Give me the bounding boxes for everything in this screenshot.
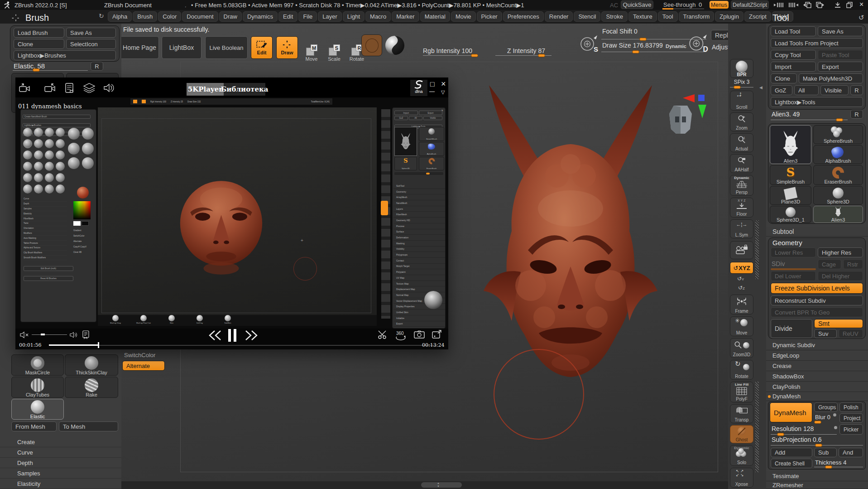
brush-elastic[interactable]: Elastic	[11, 399, 64, 420]
brush-section-row[interactable]: Elasticity	[0, 479, 121, 489]
draw-size-d-icon[interactable]: D	[687, 33, 709, 54]
z-intensity-handle[interactable]	[538, 54, 545, 57]
menu-item[interactable]: Color	[158, 11, 181, 22]
menu-item[interactable]: Tool	[658, 11, 678, 22]
window-minimize-icon[interactable]	[834, 2, 841, 8]
lightbox-tools-button[interactable]: Lightbox▶Tools	[771, 97, 863, 107]
player-minimize-icon[interactable]: —	[429, 88, 435, 95]
menu-item[interactable]: Draw	[219, 11, 242, 22]
z-rotate-icon[interactable]: ↺Z	[738, 285, 745, 291]
brush-maskcircle[interactable]: MaskCircle	[11, 354, 64, 376]
brush-section-row[interactable]: Curve	[0, 447, 121, 458]
move-button[interactable]: M Move	[302, 44, 321, 63]
zremesher-header[interactable]: ZRemesher	[766, 481, 868, 489]
brush-section-row[interactable]: Create	[0, 437, 121, 447]
window-close-icon[interactable]: ×	[859, 0, 863, 9]
tool-save-as-button[interactable]: Save As	[818, 26, 863, 36]
load-brush-button[interactable]: Load Brush	[14, 28, 64, 38]
load-tools-from-project-button[interactable]: Load Tools From Project	[771, 38, 863, 48]
video-menu-row[interactable]: Export	[393, 321, 445, 327]
xyz-rotate-button[interactable]: ↺XYZ	[730, 262, 753, 274]
spix-handle[interactable]	[734, 86, 741, 89]
menu-item[interactable]: Document	[182, 11, 218, 22]
dynamic-label[interactable]: Dynamic	[666, 44, 686, 49]
video-menu-row[interactable]: Morph Target	[393, 264, 445, 270]
active-tool-handle[interactable]	[836, 118, 843, 121]
menu-item[interactable]: Marker	[392, 11, 419, 22]
dynamesh-and-button[interactable]: And	[839, 448, 863, 457]
focal-shift-slider[interactable]: Focal Shift 0	[602, 28, 638, 35]
y-rotate-icon[interactable]: ↺Y	[737, 276, 744, 282]
tessimate-header[interactable]: Tessimate	[766, 471, 868, 481]
menu-item[interactable]: File	[298, 11, 317, 22]
menu-item[interactable]: Macro	[365, 11, 391, 22]
home-page-button[interactable]: Home Page	[120, 36, 159, 59]
dock-right-icon[interactable]	[815, 1, 825, 9]
subtool-header[interactable]: Subtool	[766, 227, 868, 237]
rgb-intensity-slider[interactable]: Rgb Intensity 100	[423, 47, 472, 54]
goz-all-button[interactable]: All	[794, 85, 819, 95]
cage-button[interactable]: Cage	[818, 259, 841, 269]
menu-item[interactable]: Picker	[477, 11, 502, 22]
convert-bpr-button[interactable]: Convert BPR To Geo	[771, 307, 863, 317]
brush-section-row[interactable]: Depth	[0, 458, 121, 468]
shelf-scroll-stripe2[interactable]	[755, 382, 759, 472]
divide-button[interactable]: Divide	[771, 319, 812, 338]
menu-item[interactable]: Material	[420, 11, 450, 22]
video-content[interactable]: Rgb Intensity 100 Z Intensity 25 Draw Si…	[15, 97, 448, 329]
video-light-widget[interactable]	[424, 291, 442, 309]
rotate-360-icon[interactable]: 360	[395, 329, 407, 340]
video-tool-alien-thumb[interactable]	[394, 127, 417, 156]
timeline-handle[interactable]	[98, 342, 99, 348]
video-menu-row[interactable]: UV Map	[393, 275, 445, 281]
dynamesh-add-button[interactable]: Add	[771, 448, 812, 457]
camera-orientation-head[interactable]	[660, 92, 715, 135]
draw-button[interactable]: Draw	[276, 36, 298, 59]
video-menu-row[interactable]: Deformation	[393, 235, 445, 241]
rgb-intensity-handle[interactable]	[471, 54, 478, 57]
dynamesh-polish-button[interactable]: Polish	[839, 402, 863, 412]
tool-eraserbrush[interactable]: EraserBrush	[813, 165, 863, 185]
volume-slider[interactable]	[32, 334, 67, 335]
shelf-xpose-button[interactable]: ↖ ↗↙ ↘ Xpose	[730, 468, 753, 488]
menu-item[interactable]: Dynamics	[243, 11, 278, 22]
smt-button[interactable]: Smt	[814, 319, 863, 328]
focal-shift-handle[interactable]	[639, 38, 647, 41]
video-menu-row[interactable]: Geometry HD	[393, 218, 445, 223]
cut-icon[interactable]	[378, 330, 388, 339]
divider-right-icon[interactable]	[787, 2, 799, 8]
video-menu-row[interactable]: SubTool	[393, 183, 445, 189]
divider-left-icon[interactable]	[773, 2, 785, 8]
draw-size-slider[interactable]: Draw Size 176.83799	[602, 42, 663, 49]
shelf-zoom3d-button[interactable]: Zoom3D	[730, 338, 753, 358]
tray-collapse-icon[interactable]: ◀	[759, 85, 762, 90]
load-tool-button[interactable]: Load Tool	[771, 26, 816, 36]
record-camera-icon[interactable]	[44, 83, 56, 93]
playlist-icon[interactable]	[82, 330, 89, 339]
resolution-slider[interactable]: Resolution 128	[772, 425, 814, 432]
video-player-window[interactable]: 5KPlayer Библиотека dlna □ × — ▽ Rgb Int…	[15, 77, 448, 349]
lightbox-button[interactable]: LightBox	[162, 36, 201, 59]
subprojection-handle[interactable]	[815, 444, 822, 447]
playlist-doc-icon[interactable]	[65, 83, 73, 94]
rstr-button[interactable]: Rstr	[843, 259, 863, 269]
tool-alien3-selected[interactable]: Alien3	[770, 125, 811, 164]
geometry-header[interactable]: Geometry	[772, 239, 802, 247]
menu-item[interactable]: Transform	[679, 11, 715, 22]
shelf-zoom-button[interactable]: Zoom	[730, 112, 753, 131]
rewind-icon[interactable]	[207, 329, 222, 341]
tool-sphere3d-1[interactable]: Sphere3D_1	[770, 206, 811, 223]
canvas-scrollbar-handle[interactable]	[421, 482, 462, 488]
scale-button[interactable]: S Scale	[324, 44, 344, 63]
mute-icon[interactable]	[20, 331, 29, 339]
shelf-move3d-button[interactable]: ✳ Move	[730, 316, 753, 336]
select-icon-button[interactable]: SelectIcon	[66, 39, 116, 49]
video-menu-row[interactable]: Texture Map	[393, 281, 445, 287]
player-maximize-icon[interactable]: □	[430, 80, 435, 88]
menu-item[interactable]: Layer	[318, 11, 342, 22]
suv-button[interactable]: Suv	[814, 329, 837, 338]
reconstruct-subdiv-button[interactable]: Reconstruct Subdiv	[771, 295, 863, 305]
layers-icon[interactable]	[83, 83, 95, 93]
picker-button[interactable]: Picker	[839, 424, 863, 435]
menu-item[interactable]: Zplugin	[715, 11, 743, 22]
